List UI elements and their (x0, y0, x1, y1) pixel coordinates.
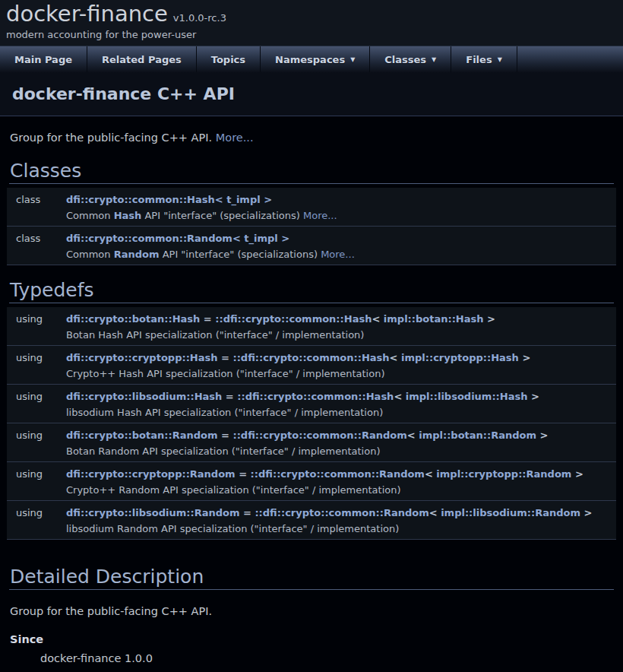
since-value: docker-finance 1.0.0 (40, 651, 614, 667)
type-link[interactable]: ::dfi::crypto::common::Random (255, 507, 429, 518)
project-name: docker-finance (6, 2, 168, 26)
tab-namespaces[interactable]: Namespaces▼ (261, 46, 370, 72)
table-row: usingdfi::crypto::libsodium::Random = ::… (7, 501, 616, 540)
type-link[interactable]: impl::cryptopp::Hash (401, 352, 519, 363)
member-kind: using (16, 427, 66, 443)
table-row: classdfi::crypto::common::Hash< t_impl >… (7, 188, 616, 227)
section-heading-typedefs: Typedefs (9, 281, 614, 303)
table-row: usingdfi::crypto::botan::Random = ::dfi:… (7, 423, 616, 462)
table-row: usingdfi::crypto::botan::Hash = ::dfi::c… (7, 307, 616, 346)
type-link[interactable]: impl::libsodium::Hash (406, 391, 528, 402)
member-kind: using (16, 505, 66, 521)
member-kind: using (16, 466, 66, 482)
type-link[interactable]: ::dfi::crypto::common::Random (232, 430, 406, 441)
type-link[interactable]: ::dfi::crypto::common::Hash (215, 313, 372, 325)
member-description: libsodium Random API specialization ("in… (66, 521, 616, 537)
tab-topics[interactable]: Topics (197, 46, 261, 72)
table-row: usingdfi::crypto::libsodium::Hash = ::df… (7, 385, 616, 423)
title-area: docker-finance v1.0.0-rc.3 modern accoun… (0, 0, 623, 46)
type-link[interactable]: impl::botan::Random (419, 430, 536, 441)
tab-classes[interactable]: Classes▼ (370, 46, 451, 72)
typedef-link[interactable]: dfi::crypto::cryptopp::Random (66, 468, 236, 480)
member-description: Botan Random API specialization ("interf… (66, 443, 616, 459)
type-link[interactable]: impl::libsodium::Random (441, 507, 580, 518)
section-heading-classes: Classes (9, 161, 614, 184)
typedef-link[interactable]: dfi::crypto::libsodium::Random (66, 507, 239, 518)
classes-table: classdfi::crypto::common::Hash< t_impl >… (7, 188, 616, 265)
type-link[interactable]: ::dfi::crypto::common::Hash (237, 391, 394, 402)
typedef-link[interactable]: dfi::crypto::botan::Random (66, 430, 217, 441)
page-title: docker-finance C++ API (12, 84, 235, 103)
more-link[interactable]: More... (303, 210, 337, 221)
table-row: usingdfi::crypto::cryptopp::Random = ::d… (7, 462, 616, 501)
table-row: classdfi::crypto::common::Random< t_impl… (7, 227, 616, 265)
tab-related-pages[interactable]: Related Pages (87, 46, 197, 72)
chevron-down-icon: ▼ (432, 57, 436, 63)
main-nav: Main Page Related Pages Topics Namespace… (0, 46, 623, 72)
class-link[interactable]: Random (114, 249, 160, 260)
member-description: Botan Hash API specialization ("interfac… (66, 327, 616, 343)
member-description: Common Random API "interface" (specializ… (66, 246, 616, 262)
type-link[interactable]: impl::botan::Hash (384, 313, 484, 325)
typedef-link[interactable]: dfi::crypto::cryptopp::Hash (66, 352, 217, 363)
page-header: docker-finance C++ API (0, 72, 623, 116)
since-block: Since docker-finance 1.0.0 (10, 632, 614, 667)
member-kind: using (16, 350, 66, 366)
typedefs-table: usingdfi::crypto::botan::Hash = ::dfi::c… (7, 307, 616, 540)
typedef-link[interactable]: dfi::crypto::libsodium::Hash (66, 391, 222, 402)
member-description: Crypto++ Hash API specialization ("inter… (66, 366, 616, 382)
chevron-down-icon: ▼ (498, 57, 502, 63)
member-kind: using (16, 388, 66, 404)
more-link[interactable]: More... (216, 132, 254, 144)
class-link[interactable]: Hash (114, 210, 142, 221)
member-description: libsodium Hash API specialization ("inte… (66, 404, 616, 420)
detailed-description-paragraph: Group for the public-facing C++ API. (10, 604, 614, 620)
more-link[interactable]: More... (321, 249, 355, 260)
project-brief: modern accounting for the power-user (6, 29, 623, 40)
member-description: Common Hash API "interface" (specializat… (66, 208, 616, 223)
contents: Group for the public-facing C++ API. Mor… (0, 130, 623, 667)
since-label: Since (10, 632, 614, 648)
member-kind: using (16, 311, 66, 327)
type-link[interactable]: ::dfi::crypto::common::Hash (232, 352, 389, 363)
class-link[interactable]: dfi::crypto::common::Random< t_impl > (66, 233, 289, 244)
tab-files[interactable]: Files▼ (451, 46, 517, 72)
typedef-link[interactable]: dfi::crypto::botan::Hash (66, 313, 200, 325)
chevron-down-icon: ▼ (350, 57, 355, 63)
type-link[interactable]: ::dfi::crypto::common::Random (251, 468, 425, 480)
project-version: v1.0.0-rc.3 (173, 12, 226, 24)
member-kind: class (16, 230, 66, 246)
member-kind: class (16, 192, 66, 208)
tab-main-page[interactable]: Main Page (0, 46, 87, 72)
table-row: usingdfi::crypto::cryptopp::Hash = ::dfi… (7, 346, 616, 385)
class-link[interactable]: dfi::crypto::common::Hash< t_impl > (66, 194, 272, 205)
member-description: Crypto++ Random API specialization ("int… (66, 482, 616, 498)
intro-paragraph: Group for the public-facing C++ API. Mor… (10, 130, 614, 146)
section-heading-detailed-description: Detailed Description (9, 567, 614, 590)
type-link[interactable]: impl::cryptopp::Random (436, 468, 571, 480)
